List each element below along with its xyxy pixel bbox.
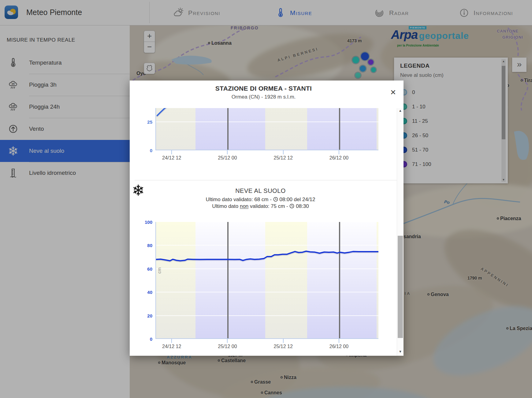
snow-chart[interactable]: cm 02040608010024/12 1225/12 0025/12 122… <box>155 222 378 339</box>
x-axis-tick <box>283 150 284 154</box>
close-icon[interactable]: ✕ <box>388 88 398 98</box>
y-axis-tick-label: 100 <box>132 220 152 225</box>
x-axis-tick-label: 26/12 00 <box>321 155 357 161</box>
x-axis-tick <box>171 150 172 154</box>
x-axis-tick <box>227 339 228 343</box>
snow-section-title: NEVE AL SUOLO <box>130 187 391 194</box>
y-axis-unit-label: cm <box>157 268 162 274</box>
x-axis-tick <box>339 150 339 154</box>
x-axis-tick <box>171 339 172 343</box>
dialog-scrollbar[interactable]: ▲ ▼ <box>397 108 404 356</box>
x-axis-tick-label: 26/12 00 <box>321 344 357 349</box>
x-axis-tick <box>339 339 339 343</box>
y-axis-tick-label: 0 <box>132 336 152 342</box>
x-axis-tick-label: 25/12 00 <box>209 344 246 349</box>
last-not-validated-line: Ultimo dato non validato: 75 cm - 08:30 <box>130 203 391 209</box>
x-axis-tick-label: 24/12 12 <box>153 155 190 161</box>
upper-chart-plot-area[interactable] <box>155 108 378 150</box>
station-dialog-subtitle: Ormea (CN) - 1928 m s.l.m. <box>148 94 379 100</box>
station-dialog-title: STAZIONE DI ORMEA - STANTI <box>148 85 379 92</box>
x-axis-tick-label: 25/12 12 <box>265 344 302 349</box>
y-axis-tick-label: 20 <box>132 313 152 318</box>
scroll-up-icon[interactable]: ▲ <box>397 109 404 114</box>
snow-chart-plot-area[interactable] <box>155 222 378 339</box>
section-divider <box>135 180 398 180</box>
y-axis-tick-label: 25 <box>132 119 152 125</box>
x-axis-tick-label: 25/12 00 <box>209 155 246 161</box>
y-axis-tick-label: 60 <box>132 266 152 271</box>
last-validated-line: Ultimo dato validato: 68 cm - 08:00 del … <box>130 197 391 203</box>
upper-chart[interactable]: 02524/12 1225/12 0025/12 1226/12 00 <box>155 108 378 150</box>
x-axis-tick-label: 24/12 12 <box>153 344 190 349</box>
clock-icon <box>289 204 294 208</box>
y-axis-tick-label: 40 <box>132 290 152 295</box>
x-axis-tick-label: 25/12 12 <box>265 155 302 161</box>
y-axis-tick-label: 80 <box>132 243 152 248</box>
y-axis-tick-label: 0 <box>132 148 152 153</box>
x-axis-tick <box>227 150 228 154</box>
dialog-scrollbar-thumb[interactable] <box>398 236 403 338</box>
clock-icon <box>273 197 278 202</box>
x-axis-tick <box>283 339 284 343</box>
station-dialog: STAZIONE DI ORMEA - STANTI Ormea (CN) - … <box>130 81 404 356</box>
screen: LosannaFRIBORGOALPI BERNESI4173 mCANTONE… <box>0 0 532 398</box>
scroll-down-icon[interactable]: ▼ <box>397 350 404 355</box>
